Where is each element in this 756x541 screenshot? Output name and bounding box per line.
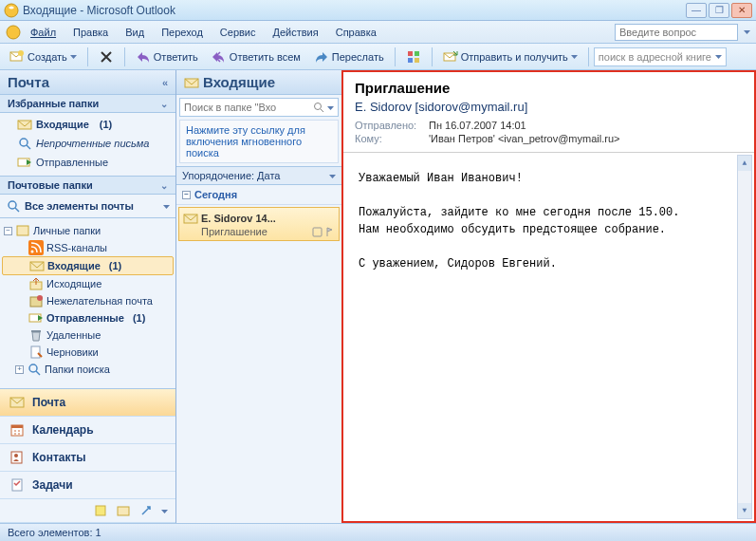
scrollbar[interactable]: ▲ ▼ (737, 155, 752, 519)
delete-button[interactable] (93, 47, 120, 67)
calendar-icon (9, 422, 25, 438)
svg-rect-31 (118, 507, 129, 515)
to-value: 'Иван Петров' <ivan_petrov@mymail.ru> (429, 133, 619, 144)
tree-rss[interactable]: RSS-каналы (2, 239, 174, 256)
fav-unread[interactable]: Непрочтенные письма (13, 134, 175, 153)
menu-help[interactable]: Справка (328, 24, 384, 41)
instant-search-link[interactable]: Нажмите эту ссылку для включения мгновен… (179, 120, 339, 163)
tasks-icon (9, 477, 25, 493)
message-item[interactable]: E. Sidorov 14... Приглашение (178, 207, 340, 241)
menu-goto[interactable]: Переход (154, 24, 211, 41)
svg-rect-27 (11, 452, 22, 463)
fav-sent[interactable]: Отправленные (13, 153, 175, 172)
menubar: Файл Правка Вид Переход Сервис Действия … (0, 21, 756, 44)
app-menu-icon[interactable] (6, 25, 21, 40)
tree-inbox[interactable]: Входящие (1) (2, 256, 174, 275)
reply-all-button[interactable]: Ответить всем (206, 47, 306, 67)
nav-header: Почта « (0, 70, 175, 95)
menu-file[interactable]: Файл (23, 24, 64, 41)
tree-drafts[interactable]: Черновики (2, 344, 174, 361)
inbox-icon (184, 75, 199, 90)
tree-search-folders[interactable]: + Папки поиска (2, 361, 174, 378)
toolbar: Создать Ответить Ответить всем Переслать… (0, 44, 756, 70)
send-receive-button[interactable]: Отправить и получить (437, 47, 583, 67)
chevron-down-icon (161, 508, 168, 514)
address-search-box[interactable]: поиск в адресной книге (594, 47, 727, 66)
chevron-down-icon[interactable] (327, 104, 334, 111)
sent-icon (28, 310, 44, 326)
minimize-button[interactable]: — (686, 3, 707, 18)
chevron-down-icon (329, 173, 336, 179)
svg-point-10 (20, 139, 28, 146)
chevron-down-icon (163, 203, 170, 210)
trash-icon (28, 327, 44, 343)
svg-rect-22 (31, 346, 40, 358)
svg-rect-7 (415, 58, 419, 63)
svg-rect-21 (31, 330, 41, 332)
menu-overflow-icon[interactable] (744, 28, 750, 35)
message-list-pane: Входящие Нажмите эту ссылку для включени… (176, 70, 343, 523)
group-today[interactable]: − Сегодня (176, 185, 341, 205)
outbox-icon (28, 276, 44, 291)
collapse-icon[interactable]: « (162, 77, 168, 88)
expander-icon[interactable]: − (4, 227, 12, 235)
mail-icon (9, 395, 25, 410)
window-title: Входящие - Microsoft Outlook (23, 4, 686, 17)
tree-personal-folders[interactable]: − Личные папки (2, 222, 174, 239)
reply-icon (136, 49, 151, 65)
status-text: Всего элементов: 1 (8, 527, 101, 538)
nav-tasks[interactable]: Задачи (0, 472, 175, 499)
menu-edit[interactable]: Правка (65, 24, 116, 41)
delete-icon (99, 49, 114, 65)
flag-icon[interactable] (324, 227, 335, 237)
all-items-icon (6, 198, 21, 214)
tree-outbox[interactable]: Исходящие (2, 275, 174, 292)
svg-rect-13 (17, 226, 28, 235)
folder-search-input[interactable] (184, 102, 279, 113)
message-subject: Приглашение (201, 226, 267, 237)
fav-inbox[interactable]: Входящие (1) (13, 115, 175, 134)
mail-folders-header[interactable]: Почтовые папки ⌄ (0, 177, 175, 195)
chevron-icon: ⌄ (160, 99, 168, 109)
favorites-header[interactable]: Избранные папки ⌄ (0, 95, 175, 113)
categorize-button[interactable] (400, 47, 427, 67)
scroll-up-icon[interactable]: ▲ (738, 156, 751, 171)
reading-from: E. Sidorov [sidorov@mymail.ru] (355, 100, 743, 114)
categorize-icon (406, 49, 421, 65)
new-button[interactable]: Создать (4, 47, 83, 67)
scroll-down-icon[interactable]: ▼ (738, 503, 751, 518)
list-header: Входящие (176, 70, 341, 95)
send-receive-icon (443, 49, 458, 65)
notes-icon (93, 503, 108, 518)
menu-actions[interactable]: Действия (266, 24, 326, 41)
search-icon[interactable] (313, 102, 324, 113)
sort-bar[interactable]: Упорядочение: Дата (176, 166, 341, 185)
nav-contacts[interactable]: Контакты (0, 444, 175, 472)
menu-tools[interactable]: Сервис (212, 24, 264, 41)
nav-shortcuts[interactable] (0, 499, 175, 523)
tree-sent[interactable]: Отправленные (1) (2, 309, 174, 326)
category-icon[interactable] (312, 227, 323, 237)
menu-view[interactable]: Вид (118, 24, 152, 41)
expander-icon[interactable]: + (15, 365, 24, 374)
help-search-input[interactable] (615, 24, 738, 41)
folder-search-box[interactable] (179, 98, 339, 117)
reply-button[interactable]: Ответить (130, 47, 204, 67)
svg-point-33 (315, 103, 322, 110)
search-folder-icon (27, 362, 42, 377)
maximize-button[interactable]: ❐ (709, 3, 729, 18)
sent-icon (17, 155, 32, 170)
tree-junk[interactable]: Нежелательная почта (2, 292, 174, 309)
all-mail-items[interactable]: Все элементы почты (0, 195, 175, 218)
chevron-down-icon (70, 53, 77, 60)
tree-deleted[interactable]: Удаленные (2, 326, 174, 344)
forward-button[interactable]: Переслать (308, 47, 390, 67)
body-line: Пожалуйста, зайдите ко мне сегодня после… (359, 204, 739, 221)
svg-point-15 (31, 251, 34, 253)
nav-calendar[interactable]: Календарь (0, 417, 175, 444)
sent-label: Отправлено: (355, 120, 429, 131)
expander-icon[interactable]: − (182, 191, 191, 199)
svg-point-28 (14, 454, 18, 457)
close-button[interactable]: ✕ (731, 3, 752, 18)
nav-mail[interactable]: Почта (0, 389, 175, 417)
